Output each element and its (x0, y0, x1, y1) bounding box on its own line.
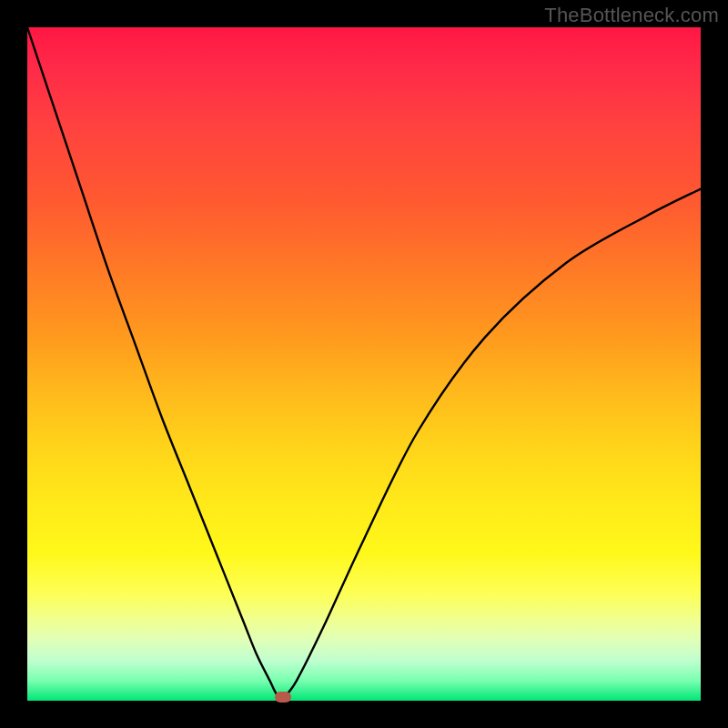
chart-minimum-marker (275, 692, 291, 703)
bottleneck-curve-path (27, 27, 701, 698)
chart-curve-svg (27, 27, 701, 701)
watermark-text: TheBottleneck.com (544, 4, 719, 27)
chart-plot-area (27, 27, 701, 701)
